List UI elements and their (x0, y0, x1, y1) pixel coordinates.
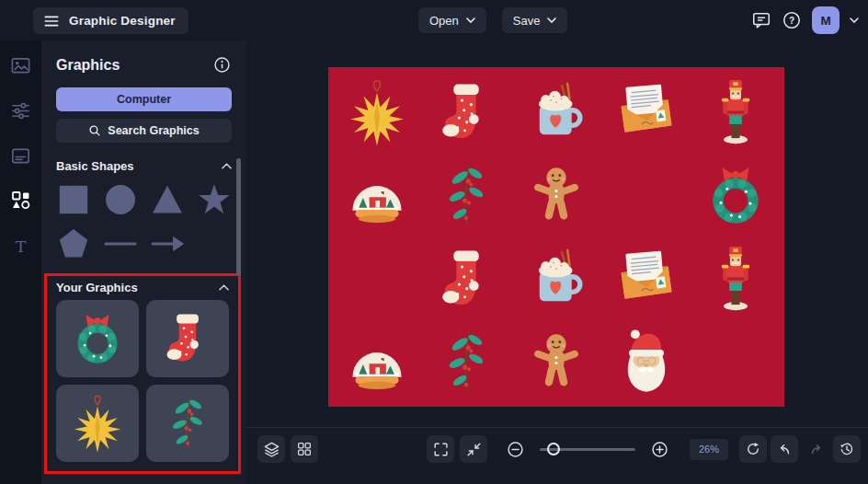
history-icon (839, 441, 855, 457)
sidebar-item-adjustments[interactable] (9, 98, 33, 122)
left-icon-rail (0, 40, 41, 484)
canvas-item-stocking[interactable] (422, 71, 512, 154)
shape-star[interactable] (196, 182, 232, 217)
expand-icon (432, 441, 450, 458)
search-graphics-button[interactable]: Search Graphics (56, 119, 232, 143)
shape-square[interactable] (56, 182, 92, 217)
your-graphic-stocking[interactable] (146, 300, 229, 377)
canvas-item-santa-letter[interactable] (601, 237, 691, 320)
computer-upload-button[interactable]: Computer (56, 87, 232, 111)
canvas-item-santa-letter[interactable] (601, 71, 691, 154)
canvas-item-holly[interactable] (422, 320, 512, 403)
canvas-item-gingerbread[interactable] (511, 320, 601, 403)
canvas-toolbar: 26% (246, 427, 868, 484)
user-avatar[interactable]: M (812, 6, 839, 34)
app-title-pill: Graphic Designer (33, 7, 188, 34)
canvas-item-snow-globe[interactable] (332, 154, 422, 236)
design-canvas[interactable] (328, 67, 784, 407)
shapes-icon (10, 190, 32, 212)
pages-grid-button[interactable] (291, 435, 318, 463)
your-graphic-wreath[interactable] (56, 300, 139, 377)
canvas-item-cocoa-mug[interactable] (511, 237, 601, 320)
redo-button[interactable] (802, 435, 829, 463)
canvas-item-snow-globe[interactable] (332, 320, 422, 403)
save-button-label: Save (513, 14, 541, 28)
undo-icon (776, 441, 794, 458)
your-graphic-holly[interactable] (146, 385, 229, 462)
search-graphics-label: Search Graphics (108, 124, 199, 137)
text-icon (10, 236, 31, 257)
feedback-chat-icon[interactable] (751, 10, 771, 30)
chevron-up-icon (222, 163, 232, 169)
editor-content: 26% (246, 40, 868, 484)
refresh-icon (745, 441, 761, 457)
adjustments-icon (10, 100, 31, 121)
your-graphics-highlight: Your Graphics (44, 273, 241, 474)
sidebar-item-images[interactable] (9, 53, 33, 77)
help-icon[interactable] (782, 10, 802, 30)
shape-triangle[interactable] (150, 182, 186, 217)
app-title: Graphic Designer (69, 14, 176, 28)
top-bar: Graphic Designer Open Save M (0, 0, 868, 40)
shape-line[interactable] (103, 226, 139, 261)
open-button-label: Open (429, 14, 459, 28)
zoom-level-badge: 26% (690, 439, 728, 460)
sidebar-item-graphics[interactable] (9, 189, 33, 213)
shape-circle[interactable] (103, 182, 139, 217)
fit-to-screen-button[interactable] (460, 435, 487, 463)
basic-shapes-title: Basic Shapes (56, 159, 134, 173)
hamburger-menu-icon[interactable] (42, 12, 61, 30)
graphics-panel: Graphics Computer Search Graphics Basic … (41, 40, 246, 484)
shape-pentagon[interactable] (56, 226, 92, 261)
refresh-button[interactable] (739, 435, 767, 463)
image-icon (10, 55, 31, 76)
zoom-in-icon[interactable] (650, 440, 669, 459)
grid-icon (296, 441, 313, 457)
canvas-empty-cell (601, 154, 691, 236)
history-button[interactable] (833, 435, 861, 463)
fit-screen-icon (465, 441, 483, 458)
fullscreen-button[interactable] (427, 435, 454, 463)
layers-icon (263, 441, 280, 458)
chevron-down-icon (466, 17, 475, 23)
zoom-out-icon[interactable] (506, 440, 525, 459)
canvas-item-holly[interactable] (422, 154, 512, 236)
sidebar-item-text[interactable] (9, 234, 33, 258)
redo-icon (807, 441, 825, 458)
your-graphic-star-ornament[interactable] (56, 385, 139, 462)
canvas-item-cocoa-mug[interactable] (511, 71, 601, 154)
canvas-empty-cell (691, 320, 781, 403)
basic-shapes-header[interactable]: Basic Shapes (56, 159, 232, 173)
undo-button[interactable] (771, 435, 798, 463)
open-button[interactable]: Open (418, 7, 486, 33)
zoom-slider[interactable] (540, 435, 635, 463)
canvas-item-gingerbread[interactable] (511, 154, 601, 236)
search-icon (88, 124, 101, 137)
shape-arrow[interactable] (150, 226, 186, 261)
basic-shapes-grid (56, 182, 232, 261)
info-icon[interactable] (212, 55, 232, 75)
canvas-item-star-ornament[interactable] (332, 71, 422, 154)
zoom-slider-knob[interactable] (547, 443, 560, 455)
account-chevron-down-icon[interactable] (850, 17, 859, 23)
panel-title: Graphics (56, 57, 120, 74)
canvas-empty-cell (332, 237, 422, 320)
sidebar-item-layouts[interactable] (9, 144, 33, 167)
layout-icon (10, 145, 31, 167)
your-graphics-grid (56, 300, 229, 462)
canvas-item-nutcracker[interactable] (691, 71, 781, 154)
chevron-down-icon (547, 17, 556, 23)
canvas-item-stocking[interactable] (422, 237, 512, 320)
canvas-item-nutcracker[interactable] (691, 237, 781, 320)
your-graphics-header[interactable]: Your Graphics (56, 281, 229, 294)
panel-scrollbar-thumb[interactable] (236, 158, 241, 276)
your-graphics-title: Your Graphics (56, 281, 138, 294)
chevron-up-icon (219, 284, 229, 291)
layers-button[interactable] (257, 435, 285, 463)
canvas-item-santa-face[interactable] (601, 320, 691, 403)
save-button[interactable]: Save (502, 7, 568, 33)
canvas-item-wreath[interactable] (691, 154, 781, 236)
